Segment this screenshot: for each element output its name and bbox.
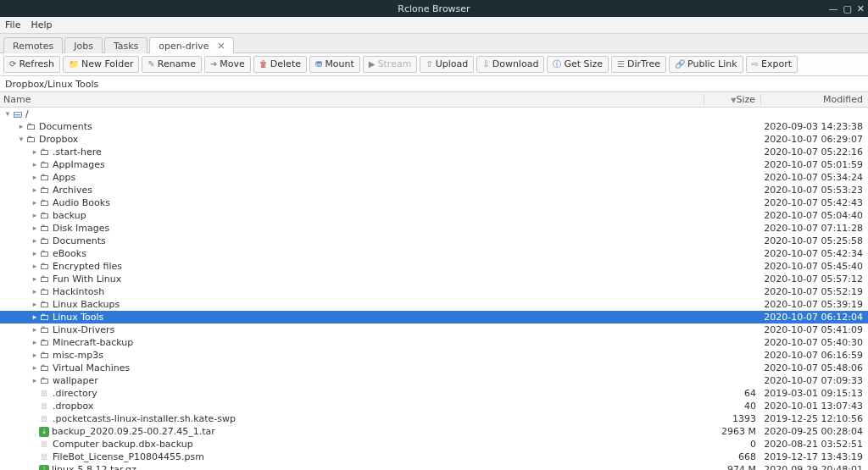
archive-icon: ⇣ bbox=[39, 465, 49, 471]
tree-file-row[interactable]: ▸🗎.dropbox402020-10-01 13:07:43 bbox=[0, 400, 868, 412]
expand-icon[interactable]: ▸ bbox=[31, 222, 39, 235]
expand-icon[interactable]: ▸ bbox=[31, 235, 39, 247]
expand-icon[interactable]: ▸ bbox=[31, 209, 39, 222]
expand-icon[interactable]: ▸ bbox=[31, 311, 39, 323]
public-link-button[interactable]: 🔗Public Link bbox=[669, 56, 743, 73]
tree-folder-row[interactable]: ▸🗀Linux-Drivers2020-10-07 05:41:09 bbox=[0, 323, 868, 336]
mount-button[interactable]: ⛃Mount bbox=[309, 56, 360, 73]
toolbar: ⟳Refresh 📁New Folder ✎Rename ➔Move 🗑Dele… bbox=[0, 53, 868, 76]
expand-icon[interactable]: ▸ bbox=[31, 171, 39, 184]
tree-node-label: .directory bbox=[53, 387, 705, 400]
expand-icon[interactable]: ▸ bbox=[17, 120, 25, 133]
tree-folder-row[interactable]: ▾🗀Dropbox2020-10-07 06:29:07 bbox=[0, 133, 868, 146]
tree-file-row[interactable]: ▸🗎.directory642019-03-01 09:15:13 bbox=[0, 387, 868, 400]
dirtree-button[interactable]: ☰DirTree bbox=[611, 56, 666, 73]
folder-icon: 🗀 bbox=[39, 235, 50, 247]
tree-folder-row[interactable]: ▸🗀wallpaper2020-10-07 07:09:33 bbox=[0, 374, 868, 387]
expand-icon[interactable]: ▸ bbox=[31, 247, 39, 260]
tab-label: Remotes bbox=[13, 41, 53, 52]
expand-icon[interactable]: ▸ bbox=[31, 374, 39, 387]
tab-open-drive[interactable]: open-drive ✕ bbox=[149, 37, 234, 53]
tree-file-row[interactable]: ▸🗎.pocketcasts-linux-installer.sh.kate-s… bbox=[0, 412, 868, 425]
close-tab-icon[interactable]: ✕ bbox=[217, 41, 225, 52]
folder-icon: 🗀 bbox=[39, 298, 50, 311]
get-size-button[interactable]: ⓘGet Size bbox=[547, 56, 609, 73]
column-headers: Name ▼Size Modified bbox=[0, 92, 868, 108]
expand-icon[interactable]: ▸ bbox=[31, 323, 39, 336]
tree-file-row[interactable]: ▸⇣linux-5.8.12.tar.gz974 M2020-09-29 20:… bbox=[0, 463, 868, 470]
menu-file[interactable]: File bbox=[5, 19, 20, 30]
breadcrumb[interactable]: Dropbox/Linux Tools bbox=[0, 76, 868, 92]
tree-folder-row[interactable]: ▸🗀Encrypted files2020-10-07 05:45:40 bbox=[0, 260, 868, 273]
move-button[interactable]: ➔Move bbox=[204, 56, 251, 73]
collapse-icon[interactable]: ▾ bbox=[17, 133, 25, 146]
minimize-icon[interactable]: — bbox=[828, 3, 837, 14]
tree-root-row[interactable]: ▾ 🖴 / bbox=[0, 108, 868, 120]
expand-icon[interactable]: ▸ bbox=[31, 336, 39, 349]
tree-node-label: Archives bbox=[53, 184, 705, 196]
folder-icon: 🗀 bbox=[39, 285, 50, 298]
tree-folder-row[interactable]: ▸🗀Documents2020-09-03 14:23:38 bbox=[0, 120, 868, 133]
expand-icon[interactable]: ▸ bbox=[31, 184, 39, 196]
expand-icon[interactable]: ▸ bbox=[31, 196, 39, 209]
stream-button[interactable]: ▶Stream bbox=[363, 56, 418, 73]
button-label: Export bbox=[761, 58, 792, 71]
tree-node-label: Audio Books bbox=[53, 196, 705, 209]
col-name-header[interactable]: Name bbox=[0, 94, 704, 105]
tree-folder-row[interactable]: ▸🗀misc-mp3s2020-10-07 06:16:59 bbox=[0, 349, 868, 362]
tree-folder-row[interactable]: ▸🗀Archives2020-10-07 05:53:23 bbox=[0, 184, 868, 196]
tree-node-modified: 2020-10-07 05:57:12 bbox=[761, 273, 868, 285]
tree-folder-row[interactable]: ▸🗀AppImages2020-10-07 05:01:59 bbox=[0, 158, 868, 171]
tree-file-row[interactable]: ▸🗎FileBot_License_P10804455.psm6682019-1… bbox=[0, 451, 868, 463]
expand-icon[interactable]: ▸ bbox=[31, 146, 39, 158]
menu-help[interactable]: Help bbox=[31, 19, 52, 30]
delete-button[interactable]: 🗑Delete bbox=[253, 56, 307, 73]
refresh-button[interactable]: ⟳Refresh bbox=[3, 56, 60, 73]
new-folder-button[interactable]: 📁New Folder bbox=[63, 56, 139, 73]
expand-icon[interactable]: ▸ bbox=[31, 285, 39, 298]
expand-icon[interactable]: ▸ bbox=[31, 158, 39, 171]
close-icon[interactable]: ✕ bbox=[857, 3, 865, 14]
download-icon: ⇩ bbox=[482, 58, 489, 71]
tree-folder-row[interactable]: ▸🗀Linux Tools2020-10-07 06:12:04 bbox=[0, 311, 868, 323]
tree-folder-row[interactable]: ▸🗀Audio Books2020-10-07 05:42:43 bbox=[0, 196, 868, 209]
tree-folder-row[interactable]: ▸🗀backup2020-10-07 05:04:40 bbox=[0, 209, 868, 222]
tree-node-label: Apps bbox=[53, 171, 705, 184]
tree-node-label: .pocketcasts-linux-installer.sh.kate-swp bbox=[53, 412, 705, 425]
file-tree[interactable]: ▾ 🖴 / ▸🗀Documents2020-09-03 14:23:38▾🗀Dr… bbox=[0, 108, 868, 470]
maximize-icon[interactable]: ▢ bbox=[843, 3, 851, 14]
breadcrumb-path: Dropbox/Linux Tools bbox=[5, 79, 98, 90]
col-size-header[interactable]: ▼Size bbox=[704, 94, 760, 105]
tab-tasks[interactable]: Tasks bbox=[104, 37, 147, 53]
tree-node-size: 0 bbox=[705, 438, 761, 451]
folder-icon: 🗀 bbox=[39, 247, 50, 260]
expand-icon[interactable]: ▸ bbox=[31, 362, 39, 374]
tab-jobs[interactable]: Jobs bbox=[64, 37, 103, 53]
download-button[interactable]: ⇩Download bbox=[476, 56, 544, 73]
tree-folder-row[interactable]: ▸🗀Minecraft-backup2020-10-07 05:40:30 bbox=[0, 336, 868, 349]
tree-folder-row[interactable]: ▸🗀Disk Images2020-10-07 07:11:28 bbox=[0, 222, 868, 235]
col-modified-header[interactable]: Modified bbox=[760, 94, 868, 105]
expand-icon[interactable]: ▸ bbox=[31, 273, 39, 285]
tree-file-row[interactable]: ▸🗎Computer backup.dbx-backup02020-08-21 … bbox=[0, 438, 868, 451]
tree-folder-row[interactable]: ▸🗀Virtual Machines2020-10-07 05:48:06 bbox=[0, 362, 868, 374]
export-button[interactable]: ⇨Export bbox=[746, 56, 798, 73]
stream-icon: ▶ bbox=[369, 58, 376, 71]
tree-node-label: .dropbox bbox=[53, 400, 705, 412]
tree-folder-row[interactable]: ▸🗀.start-here2020-10-07 05:22:16 bbox=[0, 146, 868, 158]
tab-remotes[interactable]: Remotes bbox=[3, 37, 63, 53]
expand-icon[interactable]: ▸ bbox=[31, 349, 39, 362]
tree-file-row[interactable]: ▸⇣backup_2020.09.25-00.27.45_1.tar2963 M… bbox=[0, 425, 868, 438]
rename-button[interactable]: ✎Rename bbox=[142, 56, 202, 73]
expand-icon[interactable]: ▸ bbox=[31, 298, 39, 311]
tree-folder-row[interactable]: ▸🗀Fun With Linux2020-10-07 05:57:12 bbox=[0, 273, 868, 285]
expand-icon[interactable]: ▸ bbox=[31, 260, 39, 273]
tree-folder-row[interactable]: ▸🗀Hackintosh2020-10-07 05:52:19 bbox=[0, 285, 868, 298]
tree-folder-row[interactable]: ▸🗀eBooks2020-10-07 05:42:34 bbox=[0, 247, 868, 260]
upload-button[interactable]: ⇧Upload bbox=[420, 56, 474, 73]
expand-icon[interactable]: ▾ bbox=[3, 108, 12, 120]
tree-folder-row[interactable]: ▸🗀Documents2020-10-07 05:25:58 bbox=[0, 235, 868, 247]
tree-folder-row[interactable]: ▸🗀Apps2020-10-07 05:34:24 bbox=[0, 171, 868, 184]
tree-folder-row[interactable]: ▸🗀Linux Backups2020-10-07 05:39:19 bbox=[0, 298, 868, 311]
col-label: Size bbox=[736, 94, 755, 105]
